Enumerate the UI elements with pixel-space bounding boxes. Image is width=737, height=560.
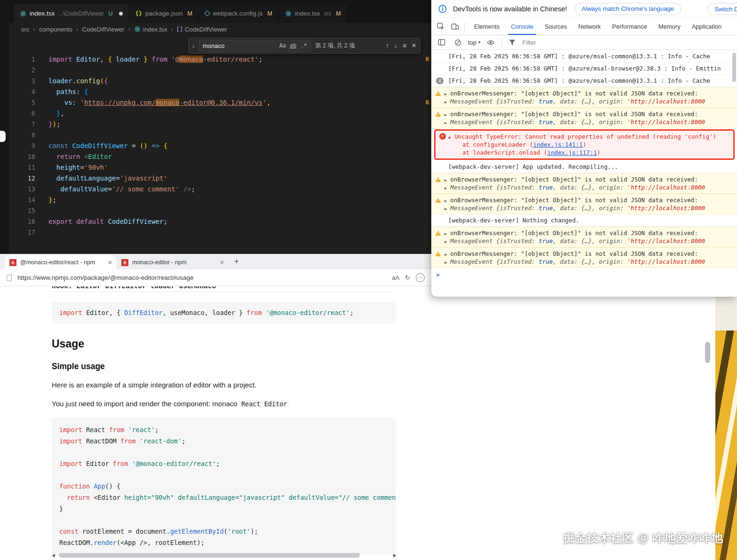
- expand-icon[interactable]: ▶: [444, 197, 447, 205]
- breadcrumb-item[interactable]: CodeDiffViewer: [82, 26, 125, 33]
- devtools-tab-console[interactable]: Console: [505, 18, 539, 35]
- browser-tab[interactable]: nmonaco-editor - npm×: [117, 255, 229, 269]
- code-line: 11 height='90vh': [9, 162, 431, 173]
- page-info-icon[interactable]: [7, 275, 12, 281]
- vscode-tab-bar: index.tsx...\CodeDiffViewerU{}package.js…: [9, 0, 431, 23]
- find-in-selection-icon[interactable]: ≡: [403, 42, 406, 49]
- context-selector[interactable]: top▾: [468, 39, 481, 46]
- devtools-tab-application[interactable]: Application: [686, 18, 728, 35]
- line-number: 10: [9, 151, 35, 162]
- line-number: 12: [9, 173, 35, 184]
- expand-icon[interactable]: ▶: [444, 90, 447, 98]
- expand-icon[interactable]: ▶: [444, 259, 447, 267]
- scroll-left-icon[interactable]: ◀: [52, 553, 55, 558]
- vscode-left-strip: [0, 0, 9, 254]
- console-log: [Fri, 28 Feb 2025 06:36:58 GMT] : @azure…: [431, 50, 737, 297]
- editor-tab[interactable]: {}package.jsonM: [129, 4, 199, 23]
- code-line: 3loader.config({: [9, 76, 431, 87]
- previous-match-icon[interactable]: ↑: [386, 42, 389, 49]
- next-match-icon[interactable]: ↓: [394, 42, 397, 49]
- scrollbar-thumb[interactable]: [59, 553, 360, 558]
- line-number: 8: [9, 130, 35, 141]
- console-toolbar: top▾ Filter: [431, 35, 737, 50]
- console-prompt[interactable]: >: [431, 268, 737, 282]
- editor-tab[interactable]: index.tsx...\CodeDiffViewerU: [14, 4, 129, 23]
- switch-language-button[interactable]: Switch DevTools to Chinese: [707, 3, 737, 15]
- scrollbar-thumb[interactable]: [732, 53, 736, 82]
- horizontal-scrollbar[interactable]: ◀ ▶: [52, 552, 396, 559]
- scroll-right-icon[interactable]: ▶: [393, 553, 396, 558]
- find-query[interactable]: monaco: [203, 42, 276, 49]
- expand-icon[interactable]: ▶: [444, 238, 447, 246]
- code-editor[interactable]: 1import Editor, { loader } from '@monaco…: [9, 35, 431, 254]
- line-number: 5: [9, 97, 35, 108]
- divider: [501, 39, 502, 46]
- expand-icon[interactable]: ▶: [444, 176, 447, 184]
- warning-icon: [435, 230, 441, 245]
- tab-detail: src: [324, 10, 331, 17]
- expand-icon[interactable]: ▶: [444, 184, 447, 192]
- new-tab-icon[interactable]: +: [234, 257, 239, 266]
- breadcrumb-item[interactable]: CodeDiffViewer: [177, 26, 227, 33]
- breadcrumb-item[interactable]: src: [21, 26, 29, 33]
- breadcrumb-item[interactable]: components: [39, 26, 72, 33]
- match-case-icon[interactable]: Aa: [279, 42, 286, 49]
- line-number: 16: [9, 216, 35, 227]
- find-input[interactable]: monaco Aa ab .*: [199, 40, 311, 52]
- line-number: 13: [9, 184, 35, 195]
- code-line: 8: [9, 130, 431, 141]
- expand-icon[interactable]: ▶: [444, 98, 447, 106]
- error-highlight-box: ×▶Uncaught TypeError: Cannot read proper…: [434, 129, 735, 160]
- close-icon[interactable]: ×: [220, 259, 224, 266]
- console-scrollbar[interactable]: [732, 52, 736, 293]
- console-sidebar-icon[interactable]: [436, 37, 447, 48]
- filter-input[interactable]: Filter: [523, 39, 536, 46]
- devtools-tab-sources[interactable]: Sources: [539, 18, 573, 35]
- toggle-replace-icon[interactable]: ›: [192, 42, 195, 50]
- devtools-tab-network[interactable]: Network: [573, 18, 607, 35]
- code-line: 17: [9, 227, 431, 238]
- source-link[interactable]: index.js:117:1: [547, 149, 597, 156]
- editor-tab[interactable]: webpack.config.jsM: [199, 4, 279, 23]
- whole-word-icon[interactable]: ab: [290, 42, 296, 49]
- clipped-code-line: hook: Editor DiffEditor loader useMonaco: [52, 286, 396, 292]
- clear-console-icon[interactable]: [452, 37, 463, 48]
- inspect-icon[interactable]: [435, 21, 446, 32]
- devtools-tab-memory[interactable]: Memory: [653, 18, 686, 35]
- translate-icon[interactable]: aA: [392, 274, 399, 281]
- refresh-icon[interactable]: ↻: [405, 274, 410, 281]
- more-options-icon[interactable]: ⋯: [416, 273, 425, 282]
- console-message: [webpack-dev-server] App updated. Recomp…: [431, 161, 737, 173]
- expand-icon[interactable]: ▶: [444, 230, 447, 238]
- close-icon[interactable]: ×: [412, 41, 416, 50]
- devtools-language-banner: DevTools is now available in Chinese! Al…: [431, 0, 737, 18]
- breadcrumb-item[interactable]: index.tsx: [134, 26, 167, 33]
- page-scrollbar-thumb[interactable]: [705, 342, 710, 363]
- browser-tab[interactable]: n@monaco-editor/react - npm×: [5, 255, 117, 269]
- expand-icon[interactable]: ▶: [444, 119, 447, 127]
- address-bar[interactable]: https://www.npmjs.com/package/@monaco-ed…: [0, 269, 431, 286]
- tab-detail: ...\CodeDiffViewer: [58, 10, 103, 17]
- expand-icon[interactable]: ▶: [444, 251, 447, 259]
- expand-icon[interactable]: ▶: [444, 205, 447, 213]
- match-language-button[interactable]: Always match Chrome's language: [575, 3, 681, 15]
- tab-label: index.tsx: [295, 10, 320, 17]
- expand-icon[interactable]: ▶: [449, 134, 451, 142]
- source-link[interactable]: index.js:141:1: [533, 141, 583, 148]
- live-expression-icon[interactable]: [485, 37, 497, 48]
- divider: [464, 22, 465, 31]
- line-number: 17: [9, 227, 35, 238]
- device-toolbar-icon[interactable]: [449, 21, 460, 32]
- git-status-letter: M: [188, 10, 192, 17]
- filter-icon: [507, 37, 518, 48]
- breadcrumb[interactable]: src›components›CodeDiffViewer›index.tsx›…: [21, 23, 227, 35]
- devtools-tab-performance[interactable]: Performance: [606, 18, 652, 35]
- close-icon[interactable]: ×: [108, 259, 112, 266]
- expand-icon[interactable]: ▶: [444, 111, 447, 119]
- unsaved-dot-icon[interactable]: [119, 12, 123, 16]
- regex-icon[interactable]: .*: [301, 42, 307, 49]
- editor-tab[interactable]: index.tsxsrcM: [279, 4, 348, 23]
- devtools-tab-elements[interactable]: Elements: [468, 18, 505, 35]
- url-text[interactable]: https://www.npmjs.com/package/@monaco-ed…: [17, 274, 386, 281]
- line-number: 11: [9, 162, 35, 173]
